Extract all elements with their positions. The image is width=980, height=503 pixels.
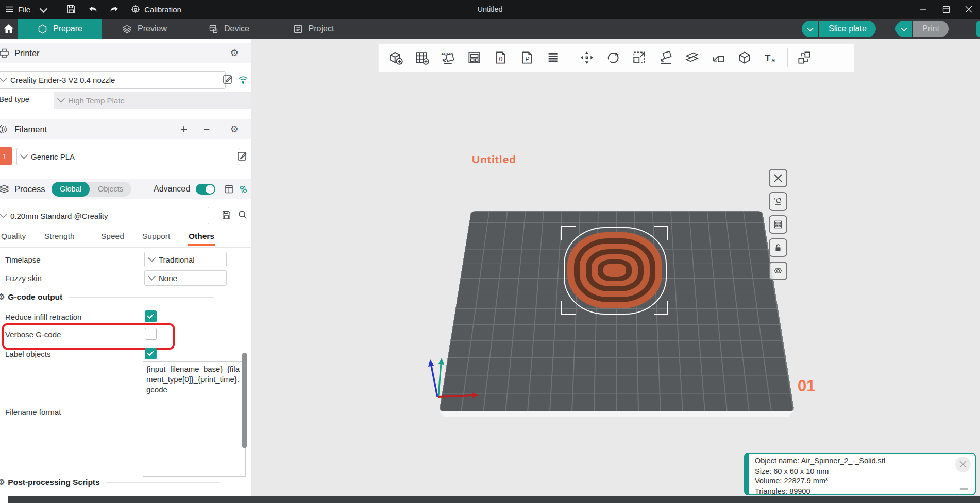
- scope-global-segment[interactable]: Global: [52, 182, 90, 197]
- auto-arrange-icon[interactable]: [465, 48, 484, 67]
- tab-preview-label: Preview: [138, 24, 167, 33]
- selection-corner-icon: [654, 301, 668, 315]
- group-divider: [106, 482, 219, 483]
- printer-section-header: Printer ⚙: [0, 43, 251, 63]
- model-air-spinner[interactable]: [561, 226, 668, 315]
- add-model-icon[interactable]: [386, 48, 405, 67]
- process-section-title: Process: [14, 184, 45, 194]
- app-menu-button[interactable]: File: [0, 0, 36, 19]
- plate-title-label: Untitled: [472, 153, 516, 166]
- save-button[interactable]: [60, 0, 82, 19]
- move-icon[interactable]: [577, 48, 597, 67]
- wifi-icon[interactable]: [237, 73, 249, 85]
- verbose-gcode-checkbox[interactable]: [145, 328, 157, 340]
- tab-device[interactable]: Device: [187, 19, 271, 39]
- info-close-button[interactable]: [955, 457, 971, 472]
- settings-compare-icon[interactable]: [238, 184, 249, 195]
- plate-arrange-button[interactable]: [769, 215, 787, 234]
- device-icon: [208, 24, 219, 34]
- mesh-boolean-icon[interactable]: [735, 48, 754, 67]
- subtab-others[interactable]: Others: [189, 232, 214, 246]
- label-objects-label: Label objects: [5, 350, 50, 358]
- timelapse-label: Timelapse: [5, 255, 41, 264]
- printer-select[interactable]: Creality Ender-3 V2 0.4 nozzle: [0, 71, 226, 89]
- plate-visibility-button[interactable]: [769, 262, 787, 280]
- tab-project[interactable]: Project: [271, 19, 356, 39]
- doc-zero-icon[interactable]: 0: [491, 48, 511, 67]
- home-icon: [3, 23, 15, 35]
- process-section-header: Process Global Objects Advanced: [0, 179, 251, 199]
- group-divider: [69, 297, 214, 298]
- add-filament-button[interactable]: +: [180, 123, 187, 136]
- rotate-icon[interactable]: [603, 48, 623, 67]
- swap-plate-icon[interactable]: [795, 48, 814, 67]
- printer-settings-gear-icon[interactable]: ⚙: [230, 48, 239, 58]
- save-icon: [65, 4, 77, 15]
- scope-objects-segment[interactable]: Objects: [90, 182, 131, 197]
- scale-icon[interactable]: [630, 48, 649, 67]
- reduce-infill-retraction-checkbox[interactable]: [145, 310, 157, 322]
- slice-plate-button[interactable]: Slice plate: [819, 21, 876, 37]
- subtab-speed[interactable]: Speed: [101, 232, 124, 246]
- layers-list-icon[interactable]: [544, 48, 563, 67]
- plate-lock-button[interactable]: [769, 238, 787, 257]
- process-preset-select[interactable]: 0.20mm Standard @Creality: [0, 207, 209, 224]
- fuzzy-skin-select[interactable]: None: [144, 270, 227, 286]
- support-paint-icon[interactable]: [708, 48, 728, 67]
- print-button[interactable]: Print: [913, 21, 949, 37]
- svg-text:0: 0: [499, 56, 502, 63]
- tab-preview[interactable]: Preview: [102, 19, 187, 39]
- maximize-button[interactable]: [935, 0, 957, 19]
- save-preset-icon[interactable]: [221, 209, 232, 221]
- auto-orient-icon[interactable]: AUTO: [438, 48, 458, 67]
- plate-delete-button[interactable]: [769, 169, 787, 187]
- svg-text:A: A: [774, 198, 776, 201]
- remove-filament-button[interactable]: −: [203, 123, 210, 136]
- plate-auto-orient-button[interactable]: A: [769, 192, 787, 211]
- label-objects-checkbox[interactable]: [145, 348, 157, 359]
- text-tool-icon[interactable]: Ta: [761, 48, 781, 67]
- toolbar-divider: [570, 48, 570, 67]
- filename-format-input[interactable]: {input_filename_base}_{filament_type[0]}…: [143, 361, 246, 477]
- undo-button[interactable]: [82, 0, 104, 19]
- edit-filament-icon[interactable]: [236, 150, 248, 162]
- calibration-button[interactable]: Calibration: [125, 0, 187, 19]
- subtab-strength[interactable]: Strength: [44, 232, 75, 246]
- settings-table-icon[interactable]: [224, 184, 234, 195]
- subtab-quality[interactable]: Quality: [1, 232, 26, 246]
- gear-icon: ⚙: [0, 293, 5, 301]
- close-button[interactable]: [957, 0, 980, 19]
- subtab-support[interactable]: Support: [142, 232, 170, 246]
- search-params-icon[interactable]: [237, 209, 248, 220]
- filament-slot-badge[interactable]: 1: [0, 147, 12, 165]
- spinner-center: [603, 264, 626, 277]
- tab-device-label: Device: [224, 24, 249, 33]
- edit-printer-icon[interactable]: [222, 73, 234, 85]
- bed-type-label: Bed type: [0, 95, 29, 103]
- print-split-button: Print: [895, 21, 949, 37]
- filament-select[interactable]: Generic PLA: [16, 148, 240, 165]
- sidebar-scrollbar-thumb[interactable]: [242, 353, 247, 448]
- slice-options-button[interactable]: [802, 21, 818, 37]
- minimize-button[interactable]: [912, 0, 935, 19]
- advanced-toggle[interactable]: [196, 184, 215, 195]
- chevron-down-icon: [57, 95, 65, 103]
- edge-button-sliver[interactable]: [976, 21, 980, 37]
- bed-type-select[interactable]: High Temp Plate: [54, 92, 251, 109]
- tab-prepare[interactable]: Prepare: [18, 19, 102, 39]
- doc-p-icon[interactable]: P: [517, 48, 537, 67]
- place-on-face-icon[interactable]: [656, 48, 675, 67]
- cut-icon[interactable]: [682, 48, 702, 67]
- object-info-panel: Object name: Air_Spinner_2_-_Solid.stl S…: [744, 453, 976, 495]
- filament-settings-gear-icon[interactable]: ⚙: [230, 125, 239, 134]
- plate-number-label: 01: [798, 377, 815, 395]
- file-menu-expander[interactable]: [36, 0, 52, 19]
- info-minimize-icon[interactable]: ▬: [960, 482, 968, 493]
- filament-section-title: Filament: [14, 125, 47, 134]
- print-options-button[interactable]: [895, 21, 912, 37]
- timelapse-select[interactable]: Traditional: [144, 252, 227, 267]
- redo-button[interactable]: [104, 0, 125, 19]
- home-button[interactable]: [0, 19, 18, 39]
- add-plate-icon[interactable]: [412, 48, 432, 67]
- undo-icon: [87, 4, 98, 15]
